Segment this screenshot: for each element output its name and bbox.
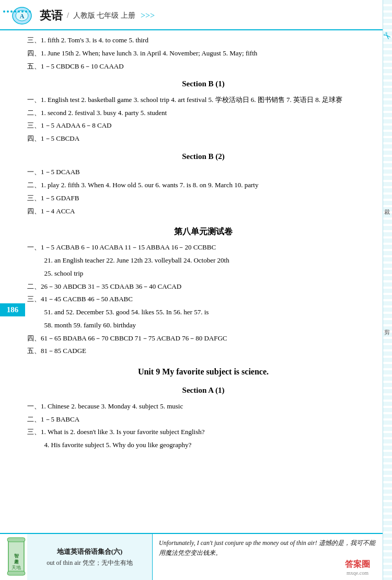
- b1-answer-yi: 一、1. English test 2. basketball game 3. …: [27, 94, 379, 106]
- svg-text:天地: 天地: [11, 565, 21, 570]
- prefix-yi-a1: 一、: [27, 402, 41, 410]
- u8-wu: 五、81－85 CADGE: [27, 345, 379, 357]
- prefix-san-u8: 三、: [27, 295, 41, 303]
- a1-er: 二、1－5 BABCA: [27, 414, 379, 426]
- unit-9-title: Unit 9 My favorite subject is science.: [27, 365, 379, 379]
- prefix-si-1: 四、: [27, 49, 41, 57]
- section-b2-header: Section B (2): [27, 150, 379, 164]
- prefix-san-b2: 三、: [27, 194, 41, 202]
- pre-section-b1-answers: 三、1. fifth 2. Tom's 3. is 4. to come 5. …: [27, 35, 379, 72]
- prefix-er-b1: 二、: [27, 109, 41, 117]
- answer-row-san-1: 三、1. fifth 2. Tom's 3. is 4. to come 5. …: [27, 35, 379, 47]
- prefix-er-u8: 二、: [27, 282, 41, 290]
- main-content: 三、1. fifth 2. Tom's 3. is 4. to come 5. …: [0, 30, 392, 457]
- b2-answer-si: 四、1－4 ACCA: [27, 206, 379, 218]
- prefix-si-b2: 四、: [27, 207, 41, 215]
- b1-answer-si: 四、1－5 CBCDA: [27, 133, 379, 145]
- page-header: A 英语 / 人教版 七年级 上册 >>>: [0, 0, 392, 30]
- svg-text:趣: 趣: [14, 559, 19, 564]
- a1-san: 三、1. What is 2. doesn't like 3. Is your …: [27, 426, 379, 438]
- b1-answer-er: 二、1. second 2. festival 3. busy 4. party…: [27, 107, 379, 119]
- scroll-icon: 智 趣 天地: [4, 536, 28, 577]
- b2-answer-er: 二、1. play 2. fifth 3. When 4. How old 5.…: [27, 179, 379, 191]
- u8-yi-3: 25. school trip: [27, 268, 379, 280]
- answer-row-wu-1: 五、1－5 CBDCB 6－10 CAAAD: [27, 61, 379, 73]
- svg-text:智: 智: [14, 553, 19, 559]
- section-a1-header: Section A (1): [27, 384, 379, 397]
- footer-logo: 答案圈 mxqe.com: [345, 559, 370, 576]
- a1-yi: 一、1. Chinese 2. because 3. Monday 4. sub…: [27, 401, 379, 413]
- u8-san: 三、41－45 CACBB 46－50 ABABC: [27, 293, 379, 305]
- section-a1-answers: 一、1. Chinese 2. because 3. Monday 4. sub…: [27, 401, 379, 451]
- section-b2-answers: 一、1－5 DCAAB 二、1. play 2. fifth 3. When 4…: [27, 166, 379, 217]
- u8-er: 二、26－30 ABDCB 31－35 CDAAB 36－40 CACAD: [27, 281, 379, 293]
- footer-idiom-text: out of thin air 凭空；无中生有地: [47, 559, 133, 567]
- header-arrows: >>>: [141, 11, 155, 20]
- grade-info-label: 人教版 七年级 上册: [73, 11, 135, 20]
- u8-si: 四、61－65 BDABA 66－70 CBBCD 71－75 ACBAD 76…: [27, 333, 379, 345]
- unit8-answers: 一、1－5 ACBAB 6－10 ACABA 11－15 ABBAA 16－20…: [27, 242, 379, 357]
- answer-row-si-1: 四、1. June 15th 2. When; have lunch 3. in…: [27, 48, 379, 60]
- u8-yi: 一、1－5 ACBAB 6－10 ACABA 11－15 ABBAA 16－20…: [27, 242, 379, 254]
- prefix-wu-u8: 五、: [27, 347, 41, 355]
- prefix-si-b1: 四、: [27, 134, 41, 142]
- logo-sub-text: mxqe.com: [345, 570, 370, 576]
- section-b1-answers: 一、1. English test 2. basketball game 3. …: [27, 94, 379, 145]
- prefix-er-b2: 二、: [27, 181, 41, 189]
- header-logo-icon: A: [8, 4, 36, 27]
- unit-8-test-header: 第八单元测试卷: [27, 224, 379, 238]
- u8-san-3: 58. month 59. family 60. birthday: [27, 320, 379, 332]
- header-divider: /: [67, 12, 69, 20]
- right-decoration: ✂ 裁 剪: [383, 0, 392, 580]
- subject-label: 英语: [40, 8, 63, 24]
- b2-answer-yi: 一、1－5 DCAAB: [27, 166, 379, 178]
- page-footer: 智 趣 天地 地道英语俗语集合(六) out of thin air 凭空；无中…: [0, 533, 383, 580]
- prefix-yi-u8: 一、: [27, 243, 41, 251]
- b2-answer-san: 三、1－5 GDAFB: [27, 192, 379, 204]
- logo-main-text: 答案圈: [345, 559, 370, 570]
- prefix-san-a1: 三、: [27, 428, 41, 436]
- a1-san-2: 4. His favorite subject 5. Why do you li…: [27, 439, 379, 451]
- prefix-wu-1: 五、: [27, 62, 41, 70]
- svg-rect-5: [7, 571, 25, 575]
- u8-yi-2: 21. an English teacher 22. June 12th 23.…: [27, 255, 379, 267]
- page-number-badge: 186: [0, 303, 25, 316]
- svg-rect-4: [7, 538, 25, 542]
- prefix-yi-b1: 一、: [27, 96, 41, 104]
- cut-label-2: 剪: [383, 324, 391, 325]
- u8-san-2: 51. and 52. December 53. good 54. likes …: [27, 306, 379, 319]
- prefix-san-1: 三、: [27, 36, 41, 44]
- prefix-san-b1: 三、: [27, 121, 41, 129]
- svg-text:A: A: [20, 13, 25, 20]
- cut-label-1: 裁: [383, 204, 391, 205]
- header-dots: [0, 10, 31, 13]
- b1-answer-san: 三、1－5 AADAA 6－8 CAD: [27, 120, 379, 132]
- prefix-yi-b2: 一、: [27, 168, 41, 176]
- section-b1-header: Section B (1): [27, 77, 379, 91]
- footer-idiom-title: 地道英语俗语集合(六): [57, 547, 123, 556]
- footer-idiom-block: 地道英语俗语集合(六) out of thin air 凭空；无中生有地: [27, 534, 153, 580]
- footer-translation-text: Unfortunately, I can't just conjure up t…: [159, 539, 375, 556]
- prefix-er-a1: 二、: [27, 415, 41, 423]
- header-title-group: 英语 / 人教版 七年级 上册 >>>: [40, 8, 155, 24]
- prefix-si-u8: 四、: [27, 334, 41, 342]
